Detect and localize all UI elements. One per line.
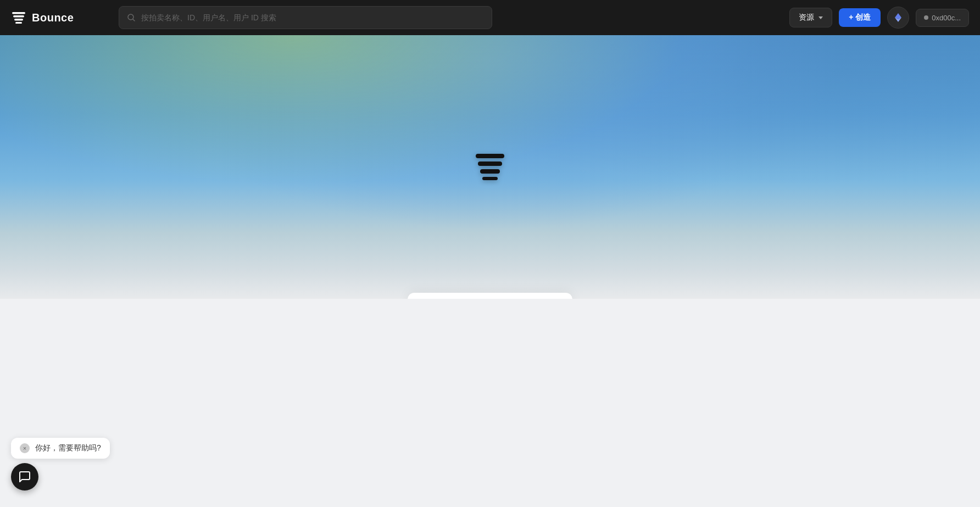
hero-background bbox=[0, 35, 980, 299]
svg-rect-2 bbox=[14, 19, 23, 21]
svg-rect-1 bbox=[13, 15, 24, 18]
search-container bbox=[119, 6, 492, 29]
chat-toggle-button[interactable] bbox=[11, 463, 38, 491]
svg-rect-0 bbox=[12, 12, 25, 14]
svg-rect-10 bbox=[482, 177, 498, 180]
search-bar[interactable] bbox=[119, 6, 492, 29]
chat-bubble: × 你好，需要帮助吗? bbox=[11, 438, 110, 459]
close-icon: × bbox=[23, 445, 26, 452]
hero-section: 项目信息 bbox=[0, 35, 980, 299]
svg-rect-7 bbox=[476, 154, 504, 158]
ethereum-network-button[interactable] bbox=[887, 7, 909, 29]
logo-area: Bounce bbox=[11, 10, 99, 25]
lower-section bbox=[0, 299, 980, 507]
svg-rect-8 bbox=[478, 161, 502, 166]
create-label: + 创造 bbox=[849, 13, 871, 23]
nav-right: 资源 + 创造 0xd00c... bbox=[789, 7, 969, 29]
resources-label: 资源 bbox=[799, 13, 814, 23]
svg-rect-9 bbox=[480, 169, 500, 174]
logo-text: Bounce bbox=[32, 12, 74, 24]
search-input[interactable] bbox=[141, 13, 484, 22]
wallet-status-dot bbox=[924, 15, 928, 20]
chat-widget: × 你好，需要帮助吗? bbox=[11, 438, 110, 491]
chat-bubble-text: 你好，需要帮助吗? bbox=[35, 443, 101, 453]
hero-logo bbox=[474, 151, 506, 183]
chevron-down-icon bbox=[818, 16, 823, 19]
bounce-logo-icon bbox=[11, 10, 26, 25]
project-info-card: 项目信息 bbox=[408, 293, 572, 299]
search-icon bbox=[127, 13, 136, 22]
svg-rect-3 bbox=[15, 22, 22, 24]
wallet-button[interactable]: 0xd00c... bbox=[916, 9, 969, 27]
wallet-address: 0xd00c... bbox=[932, 14, 961, 22]
chat-close-button[interactable]: × bbox=[20, 443, 30, 453]
resources-button[interactable]: 资源 bbox=[789, 8, 832, 27]
navbar: Bounce 资源 + 创造 0 bbox=[0, 0, 980, 35]
create-button[interactable]: + 创造 bbox=[839, 8, 881, 27]
